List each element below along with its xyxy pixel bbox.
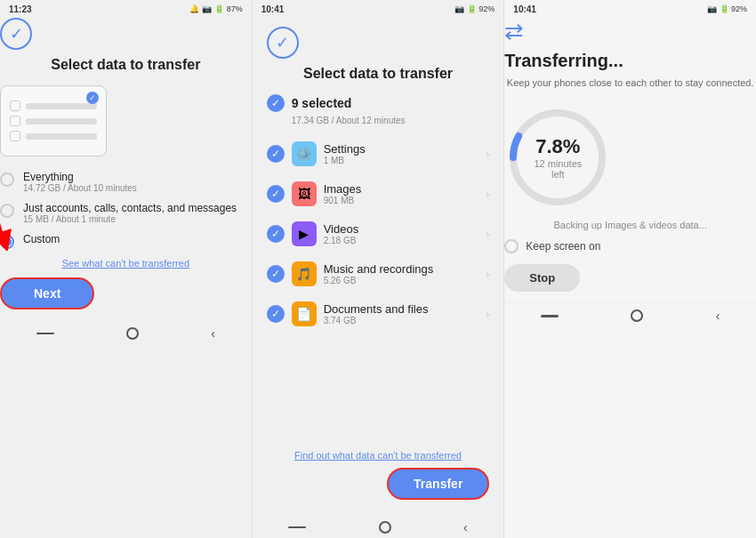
item-check-music: ✓ xyxy=(267,265,285,283)
item-check-videos: ✓ xyxy=(267,225,285,243)
selected-count: 9 selected xyxy=(292,96,352,110)
keep-screen-radio[interactable] xyxy=(504,239,519,253)
illus-check: ✓ xyxy=(86,92,99,104)
illus-row-3 xyxy=(10,131,97,141)
status-time-3: 10:41 xyxy=(513,4,536,14)
item-icon-settings: ⚙️ xyxy=(292,141,317,166)
illustration-box: ✓ xyxy=(0,85,107,157)
screen3-content: ⇄ Transferring... Keep your phones close… xyxy=(504,18,756,302)
radio-accounts[interactable]: Just accounts, calls, contacts, and mess… xyxy=(0,202,252,224)
nav-home-1 xyxy=(126,327,139,340)
illus-line-3 xyxy=(26,133,97,140)
radio-custom[interactable]: Custom xyxy=(0,233,252,249)
bottom-nav-3: ‹ xyxy=(504,302,756,326)
radio-circle-accounts xyxy=(0,204,14,218)
item-text-music: Music and recordings 5.26 GB xyxy=(324,262,486,285)
nav-menu-2 xyxy=(288,526,306,529)
progress-ring-container: 7.8% 12 minutes left xyxy=(504,104,611,211)
item-check-settings: ✓ xyxy=(267,145,285,163)
nav-menu-3 xyxy=(541,315,559,317)
backing-text: Backing up Images & videos data... xyxy=(504,220,756,230)
selected-check-icon: ✓ xyxy=(267,94,285,112)
radio-label-accounts: Just accounts, calls, contacts, and mess… xyxy=(23,202,237,224)
status-bar-2: 10:41 📷 🔋 92% xyxy=(253,0,504,18)
progress-percent: 7.8% xyxy=(531,135,584,158)
illus-line-2 xyxy=(26,118,97,124)
item-chevron-docs: › xyxy=(486,307,490,321)
keep-screen-row[interactable]: Keep screen on xyxy=(504,239,756,253)
item-icon-docs: 📄 xyxy=(292,301,317,326)
selected-sub: 17.34 GB / About 12 minutes xyxy=(292,116,490,125)
nav-home-3 xyxy=(631,309,643,322)
radio-label-custom: Custom xyxy=(23,233,60,245)
illus-cb-3 xyxy=(10,131,20,141)
keep-screen-label: Keep screen on xyxy=(526,240,600,253)
item-text-settings: Settings 1 MB xyxy=(324,142,486,165)
next-button[interactable]: Next xyxy=(0,277,94,309)
progress-text: 7.8% 12 minutes left xyxy=(531,135,584,180)
check-icon-1: ✓ xyxy=(0,18,32,50)
screen1-content: ✓ Select data to transfer ✓ Ever xyxy=(0,18,252,320)
item-text-docs: Documents and files 3.74 GB xyxy=(324,302,486,325)
item-images[interactable]: ✓ 🖼 Images 901 MB › xyxy=(267,174,490,214)
item-docs[interactable]: ✓ 📄 Documents and files 3.74 GB › xyxy=(267,294,490,334)
radio-everything[interactable]: Everything 14.72 GB / About 10 minutes xyxy=(0,171,252,193)
transfer-arrows-icon: ⇄ xyxy=(504,18,756,45)
status-icons-3: 📷 🔋 92% xyxy=(707,4,748,13)
item-text-videos: Videos 2.18 GB xyxy=(324,222,486,245)
transferring-title: Transferring... xyxy=(504,51,756,71)
status-bar-3: 10:41 📷 🔋 92% xyxy=(504,0,756,18)
radio-circle-custom xyxy=(0,235,14,249)
nav-menu-1 xyxy=(36,333,54,335)
illus-line-1 xyxy=(26,103,97,109)
nav-back-3: ‹ xyxy=(716,309,720,323)
item-music[interactable]: ✓ 🎵 Music and recordings 5.26 GB › xyxy=(267,254,490,294)
find-link[interactable]: Find out what data can't be transferred xyxy=(267,443,490,468)
illus-cb-2 xyxy=(10,116,20,126)
radio-circle-everything xyxy=(0,173,14,187)
stop-button[interactable]: Stop xyxy=(504,264,580,292)
item-icon-videos: ▶ xyxy=(292,221,317,246)
item-text-images: Images 901 MB xyxy=(324,182,486,205)
item-chevron-videos: › xyxy=(486,227,490,241)
status-icons-2: 📷 🔋 92% xyxy=(454,4,495,13)
check-icon-2: ✓ xyxy=(267,27,299,59)
transferring-subtitle: Keep your phones close to each other to … xyxy=(504,76,756,90)
illus-cb-1 xyxy=(10,100,20,111)
screen3-phone: 10:41 📷 🔋 92% ⇄ Transferring... Keep you… xyxy=(504,0,756,538)
illus-row-1 xyxy=(10,100,97,111)
item-chevron-settings: › xyxy=(486,147,490,161)
illus-row-2 xyxy=(10,116,97,126)
progress-time-left: 12 minutes left xyxy=(531,158,584,180)
screen2-content: ✓ Select data to transfer ✓ 9 selected 1… xyxy=(253,18,504,514)
screen1-title: Select data to transfer xyxy=(0,57,252,73)
transfer-button[interactable]: Transfer xyxy=(387,468,489,500)
bottom-nav-2: ‹ xyxy=(253,514,504,538)
selected-header: ✓ 9 selected xyxy=(267,94,490,112)
item-check-docs: ✓ xyxy=(267,305,285,323)
status-icons-1: 🔔 📷 🔋 87% xyxy=(189,4,243,13)
radio-label-everything: Everything 14.72 GB / About 10 minutes xyxy=(23,171,137,193)
nav-back-2: ‹ xyxy=(463,520,468,534)
see-link[interactable]: See what can't be transferred xyxy=(0,258,252,269)
item-videos[interactable]: ✓ ▶ Videos 2.18 GB › xyxy=(267,214,490,254)
item-settings[interactable]: ✓ ⚙️ Settings 1 MB › xyxy=(267,134,490,174)
radio-group: Everything 14.72 GB / About 10 minutes J… xyxy=(0,171,252,249)
screen2-title: Select data to transfer xyxy=(267,66,490,82)
item-icon-images: 🖼 xyxy=(292,181,317,206)
item-check-images: ✓ xyxy=(267,185,285,203)
screen1-phone: 11:23 🔔 📷 🔋 87% ✓ Select data to transfe… xyxy=(0,0,253,538)
nav-home-2 xyxy=(379,521,391,534)
status-bar-1: 11:23 🔔 📷 🔋 87% xyxy=(0,0,252,18)
nav-back-1: ‹ xyxy=(211,326,215,341)
item-chevron-images: › xyxy=(486,187,490,201)
status-time-2: 10:41 xyxy=(261,4,285,14)
item-chevron-music: › xyxy=(486,267,490,281)
item-icon-music: 🎵 xyxy=(292,261,317,286)
status-time-1: 11:23 xyxy=(9,4,32,14)
bottom-nav-1: ‹ xyxy=(0,320,252,344)
screen2-phone: 10:41 📷 🔋 92% ✓ Select data to transfer … xyxy=(253,0,505,538)
